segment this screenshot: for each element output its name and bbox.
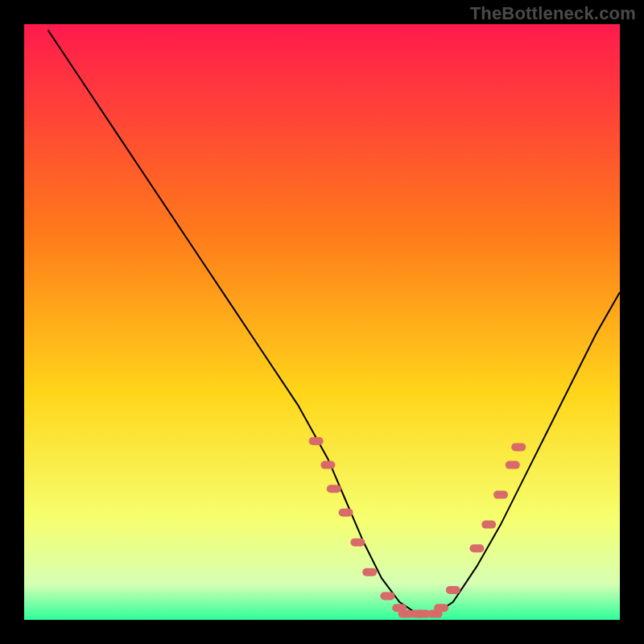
curve-marker	[339, 509, 353, 517]
curve-marker	[350, 539, 365, 547]
curve-marker	[506, 461, 520, 469]
chart-frame: TheBottleneck.com	[0, 0, 644, 644]
curve-marker	[327, 485, 341, 493]
curve-marker	[493, 491, 508, 499]
curve-marker	[362, 568, 377, 576]
watermark-text: TheBottleneck.com	[470, 3, 636, 24]
curve-marker	[320, 461, 335, 469]
curve-marker	[309, 437, 324, 445]
curve-marker	[434, 604, 448, 612]
plot-background	[24, 24, 620, 620]
curve-marker	[469, 544, 484, 552]
curve-marker	[481, 521, 496, 529]
curve-marker	[511, 443, 526, 451]
curve-marker	[446, 586, 460, 594]
curve-marker	[380, 592, 394, 600]
bottleneck-chart	[0, 0, 644, 644]
